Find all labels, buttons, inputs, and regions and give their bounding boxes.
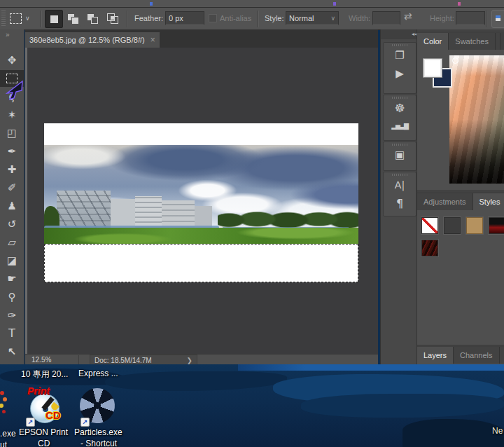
spot-healing-tool[interactable]: ✚ xyxy=(1,161,22,178)
desktop-icon-label[interactable]: EPSON Print xyxy=(19,427,68,437)
brush-tool[interactable]: ✐ xyxy=(1,179,22,196)
chevron-right-icon[interactable]: ❯ xyxy=(187,357,192,364)
separator xyxy=(258,11,258,27)
move-tool[interactable]: ✥ xyxy=(1,52,22,69)
color-ramp-marker xyxy=(452,57,458,64)
path-selection-tool[interactable]: ↖ xyxy=(1,343,22,360)
canvas[interactable] xyxy=(44,123,358,282)
foreground-color-swatch[interactable] xyxy=(423,58,442,78)
smudge-tool[interactable]: ☛ xyxy=(1,270,22,287)
intersect-selection-icon xyxy=(107,13,118,23)
feather-label: Feather: xyxy=(134,10,163,27)
anti-alias-checkbox[interactable] xyxy=(209,14,217,22)
style-label: Style: xyxy=(265,10,284,27)
eyedropper-tool[interactable]: ✒ xyxy=(1,143,22,160)
wallpaper-silhouette xyxy=(105,371,287,391)
panel-dock: ◂◂ ❐ ▶ ☸ ▂▅▃▇ ▣ A| ¶ xyxy=(380,29,417,364)
tab-adjustments[interactable]: Adjustments xyxy=(417,193,473,210)
document-tab[interactable]: 360e8eb5.jpg @ 12.5% (RGB/8#) × xyxy=(25,32,160,48)
new-selection-button[interactable] xyxy=(45,10,63,28)
intersect-selection-button[interactable] xyxy=(104,10,120,27)
character-panel-icon[interactable]: A| xyxy=(384,176,416,194)
covered-icon-label[interactable]: 10 專用 20... xyxy=(21,369,68,380)
style-swatch[interactable] xyxy=(444,217,461,234)
tab-partial[interactable] xyxy=(496,33,500,50)
tab-paths-partial[interactable]: P xyxy=(500,347,504,364)
shortcut-arrow-icon: ↗ xyxy=(80,418,90,427)
feather-input[interactable]: 0 px xyxy=(165,11,204,25)
subtract-from-selection-button[interactable] xyxy=(84,10,101,27)
style-swatch-none[interactable] xyxy=(421,217,438,234)
partial-desktop-icon[interactable] xyxy=(0,390,7,416)
tab-swatches[interactable]: Swatches xyxy=(449,33,496,50)
desktop-icon-epson-print-cd[interactable]: Print CD ↗ xyxy=(24,390,64,426)
style-swatch[interactable] xyxy=(489,217,504,234)
height-input[interactable] xyxy=(456,11,485,25)
glass-building xyxy=(57,191,111,228)
history-panel-icon[interactable]: ❐ xyxy=(384,46,416,64)
paint-bucket-icon: ◪ xyxy=(7,256,17,266)
type-tool[interactable]: T xyxy=(1,325,22,342)
options-grip[interactable] xyxy=(1,11,6,26)
menu-speck xyxy=(150,2,153,6)
desktop[interactable]: 10 專用 20... Express ... .exe ut Print CD… xyxy=(0,364,504,447)
actions-panel-icon[interactable]: ▶ xyxy=(384,64,416,83)
icon-art-text: CD xyxy=(46,409,61,421)
zoom-level-field[interactable]: 12.5% xyxy=(31,356,51,364)
eraser-tool[interactable]: ▱ xyxy=(1,234,22,251)
desktop-icon-particles[interactable]: ↗ xyxy=(78,387,116,426)
desktop-icon-label[interactable]: CD xyxy=(38,439,50,447)
style-swatch[interactable] xyxy=(421,240,438,256)
tab-bar: 360e8eb5.jpg @ 12.5% (RGB/8#) × xyxy=(25,29,378,48)
tool-preset-button[interactable]: ∨ xyxy=(10,10,39,27)
covered-icon-label[interactable]: Express ... xyxy=(78,369,118,378)
add-to-selection-button[interactable] xyxy=(64,10,81,27)
paint-bucket-tool[interactable]: ◪ xyxy=(1,252,22,269)
dock-group: ☸ ▂▅▃▇ xyxy=(383,95,416,141)
3d-panel-icon[interactable]: ▣ xyxy=(384,146,416,164)
tools-expand-icon[interactable]: » xyxy=(6,31,9,39)
navigator-panel-icon[interactable]: ☸ xyxy=(384,99,416,117)
pen-tool[interactable]: ✑ xyxy=(1,307,22,324)
color-ramp[interactable] xyxy=(449,55,504,184)
partial-icon-label[interactable]: ut xyxy=(0,440,7,447)
swap-dimensions-icon[interactable]: ⇄ xyxy=(404,11,412,21)
desktop-icon-label[interactable]: - Shortcut xyxy=(80,439,117,447)
tab-layers[interactable]: Layers xyxy=(417,347,454,364)
partial-icon-label[interactable]: .exe xyxy=(0,429,16,439)
dock-group: ▣ xyxy=(383,142,416,171)
style-swatch[interactable] xyxy=(466,217,483,234)
clone-stamp-tool[interactable]: ♟ xyxy=(1,198,22,214)
building xyxy=(111,199,135,228)
tab-color[interactable]: Color xyxy=(417,33,449,50)
width-input[interactable] xyxy=(372,11,400,25)
building xyxy=(162,200,195,228)
shortcut-arrow-icon: ↗ xyxy=(26,418,35,427)
anti-alias-label: Anti-alias xyxy=(220,10,251,27)
crop-tool[interactable]: ◰ xyxy=(1,125,22,142)
dodge-tool[interactable]: ⚲ xyxy=(1,289,22,305)
histogram-panel-icon[interactable]: ▂▅▃▇ xyxy=(384,117,416,135)
tab-styles[interactable]: Styles xyxy=(473,193,504,210)
dock-group: ❐ ▶ xyxy=(383,42,416,94)
partial-icon-label-right[interactable]: Ne xyxy=(492,426,503,436)
quick-selection-tool[interactable]: ✶ xyxy=(1,106,22,123)
color-panel-tabs: Color Swatches xyxy=(417,32,504,50)
clone-stamp-icon: ♟ xyxy=(7,201,16,212)
desktop-icon-label[interactable]: Particles.exe xyxy=(74,427,122,437)
options-bar: ∨ Feather: 0 px xyxy=(0,8,504,30)
paragraph-panel-icon[interactable]: ¶ xyxy=(384,194,416,212)
style-select[interactable]: Normal ∨ xyxy=(286,11,339,25)
chevron-down-icon: ∨ xyxy=(330,12,335,25)
close-icon[interactable]: × xyxy=(150,35,155,45)
mouse-cursor xyxy=(6,81,24,102)
refine-edge-button-partial[interactable] xyxy=(491,10,504,28)
color-panel-body xyxy=(417,50,504,190)
subtract-from-selection-icon xyxy=(88,14,97,23)
menu-speck xyxy=(458,2,461,6)
history-brush-tool[interactable]: ↺ xyxy=(1,216,22,233)
tab-channels[interactable]: Channels xyxy=(454,347,499,364)
wallpaper-silhouette xyxy=(301,394,504,418)
tools-panel: » ✥ ς ✶ ◰ ✒ ✚ ✐ ♟ ↺ ▱ ◪ ☛ ⚲ ✑ T ↖ xyxy=(0,29,24,364)
dock-collapse-button[interactable]: ◂◂ xyxy=(381,29,420,39)
